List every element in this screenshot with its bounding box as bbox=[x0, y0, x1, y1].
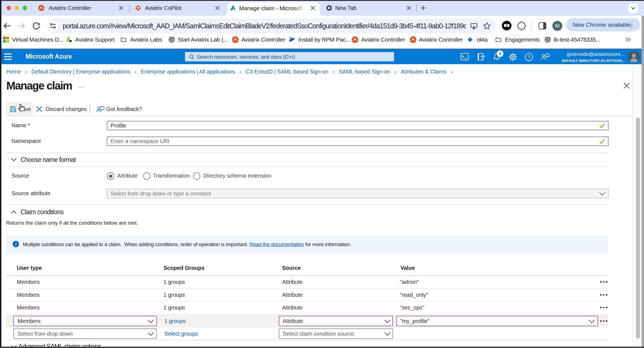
svg-text:?: ? bbox=[528, 55, 530, 60]
